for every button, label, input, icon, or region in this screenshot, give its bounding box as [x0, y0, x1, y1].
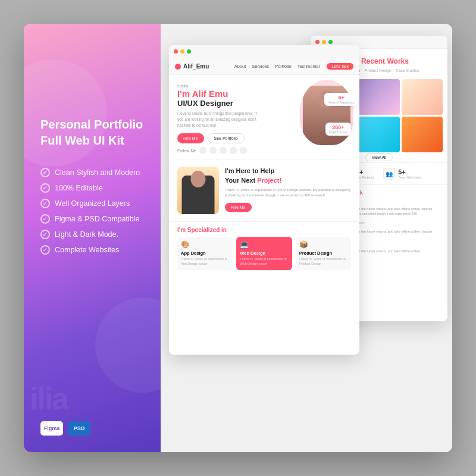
tab-case-studies[interactable]: Case Studies: [396, 68, 419, 74]
view-all-button[interactable]: View All: [365, 154, 393, 161]
help-section: I'm Here to Help Your Next Project! I ha…: [169, 159, 359, 221]
browser-main: Alif_Emu About Services Portfolio Testim…: [169, 45, 359, 355]
product-design-desc: I have 4+ years of experience in Product…: [299, 257, 347, 266]
work-item-2[interactable]: [358, 79, 399, 115]
tab-product-design[interactable]: Product Design: [365, 68, 391, 74]
specialized-title: I'm Specialized in: [177, 227, 351, 233]
exp-number: 6+: [328, 95, 355, 101]
app-design-title: App Design: [181, 250, 229, 256]
feature-item: Complete Websites: [40, 245, 144, 255]
app-design-desc: I have 4+ years of experience in App Des…: [181, 257, 229, 266]
product-title: Personal PortfolioFull Web UI Kit: [40, 117, 144, 149]
projects-num: 260+: [329, 124, 347, 130]
see-portfolio-button[interactable]: See Portfolio: [208, 133, 245, 143]
work-item-3[interactable]: [402, 79, 443, 115]
feature-item: Figma & PSD Compatible: [40, 214, 144, 224]
stats-badge: 6+ Years of Experience: [324, 93, 358, 106]
nav-about[interactable]: About: [234, 64, 246, 69]
dot-red: [174, 49, 178, 54]
nav-services[interactable]: Services: [252, 64, 269, 69]
specialized-section: I'm Specialized in 🎨 App Design I have 4…: [169, 221, 359, 274]
service-app-design[interactable]: 🎨 App Design I have 4+ years of experien…: [177, 237, 233, 270]
social-instagram-icon[interactable]: [240, 147, 247, 154]
social-facebook-icon[interactable]: [230, 147, 237, 154]
web-design-title: Web Design: [240, 250, 288, 256]
people-icon: 👥: [383, 168, 395, 180]
logo-dot: [175, 64, 181, 70]
help-hire-button[interactable]: Hire Me: [225, 203, 252, 212]
work-item-5[interactable]: [358, 117, 399, 152]
check-icon: [40, 199, 50, 208]
nav-testimonial[interactable]: Testimonial: [298, 64, 320, 69]
stat-members-info: 5+ Team Members: [398, 168, 421, 179]
product-design-icon: 📦: [299, 240, 347, 249]
check-icon: [40, 168, 50, 177]
service-web-design[interactable]: 💻 Web Design I have 4+ years of experien…: [236, 237, 292, 270]
app-design-icon: 🎨: [181, 240, 229, 249]
browser-bar: [169, 45, 359, 58]
help-desc: I have 4+ years of experience in UI/UX D…: [225, 187, 351, 198]
dot-yellow: [180, 49, 184, 54]
dot-green-2: [328, 40, 333, 44]
work-item-6[interactable]: [402, 117, 443, 152]
web-design-desc: I have 4+ years of experience in Web Des…: [240, 257, 288, 266]
left-panel: ilia Personal PortfolioFull Web UI Kit C…: [24, 24, 161, 452]
site-logo: Alif_Emu: [175, 63, 209, 70]
product-design-title: Product Design: [299, 250, 347, 256]
service-product-design[interactable]: 📦 Product Design I have 4+ years of expe…: [296, 237, 351, 270]
exp-label: Years of Experience: [328, 101, 355, 104]
check-icon: [40, 245, 50, 255]
stat-members-label: Team Members: [398, 176, 421, 179]
feature-item: 100% Editable: [40, 183, 144, 193]
hero-desc: I love to create Such things that people…: [177, 111, 261, 128]
feature-item: Clean Stylish and Modern: [40, 168, 144, 177]
help-title: I'm Here to Help Your Next Project!: [225, 167, 351, 185]
follow-me: Follow Me: [177, 147, 351, 154]
browser-nav: Alif_Emu About Services Portfolio Testim…: [169, 58, 359, 75]
right-panel: Alif_Emu About Services Portfolio Testim…: [161, 24, 452, 452]
watermark: ilia: [30, 381, 68, 416]
hero-section: 6+ Years of Experience 260+ Projects Don…: [169, 75, 359, 159]
stat-members-num: 5+: [398, 168, 421, 176]
tool-badges: Figma PSD: [40, 421, 144, 436]
dot-yellow-2: [322, 40, 326, 44]
help-content: I'm Here to Help Your Next Project! I ha…: [225, 167, 351, 212]
nav-portfolio[interactable]: Portfolio: [275, 64, 292, 69]
web-design-icon: 💻: [240, 240, 288, 249]
projects-label: Projects Done: [329, 130, 347, 134]
features-list: Clean Stylish and Modern 100% Editable W…: [40, 168, 144, 255]
feature-item: Light & Dark Mode.: [40, 230, 144, 239]
check-icon: [40, 230, 50, 239]
dot-red-2: [315, 40, 320, 44]
social-linkedin-icon[interactable]: [209, 147, 217, 154]
stat-team-members: 👥 5+ Team Members: [383, 168, 421, 180]
dot-green: [187, 49, 191, 54]
figma-badge: Figma: [40, 421, 63, 436]
check-icon: [40, 214, 50, 224]
hire-me-button[interactable]: Hire Me: [177, 133, 204, 143]
nav-cta-button[interactable]: Let's Talk: [327, 63, 353, 70]
nav-links: About Services Portfolio Testimonial: [234, 64, 320, 69]
social-pinterest-icon[interactable]: [199, 147, 206, 154]
help-person-image: [177, 167, 219, 214]
projects-badge: 260+ Projects Done: [325, 123, 351, 136]
service-cards: 🎨 App Design I have 4+ years of experien…: [177, 237, 351, 270]
psd-badge: PSD: [68, 421, 90, 436]
social-twitter-icon[interactable]: [220, 147, 227, 154]
main-card: ilia Personal PortfolioFull Web UI Kit C…: [24, 24, 452, 452]
check-icon: [40, 183, 50, 193]
feature-item: Well Organized Layers: [40, 199, 144, 208]
